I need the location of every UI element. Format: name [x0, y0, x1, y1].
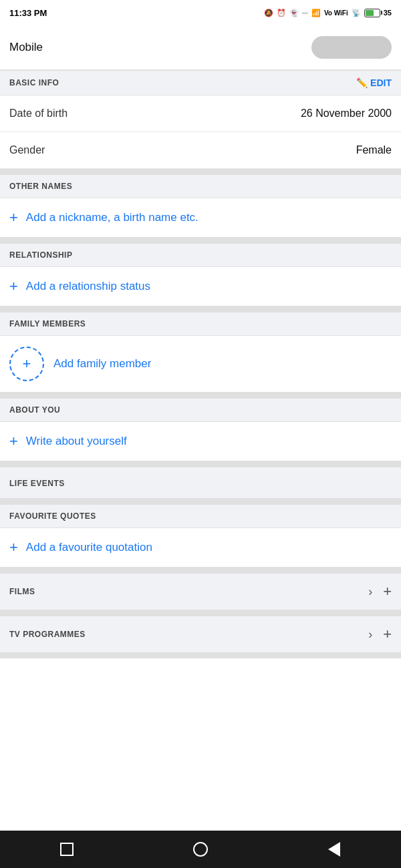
- about-you-header: ABOUT YOU: [0, 398, 401, 422]
- mobile-label: Mobile: [9, 41, 43, 54]
- basic-info-header: BASIC INFO ✏️ EDIT: [0, 70, 401, 95]
- add-quote-label: Add a favourite quotation: [26, 541, 152, 554]
- add-family-member-button[interactable]: + Add family member: [0, 336, 401, 393]
- tv-add-icon[interactable]: +: [383, 626, 392, 643]
- divider-1: [0, 169, 401, 174]
- bottom-spacer: [0, 658, 401, 705]
- family-plus-icon: +: [23, 355, 31, 373]
- plus-icon: +: [9, 540, 18, 555]
- gender-label: Gender: [9, 144, 45, 156]
- divider-4: [0, 393, 401, 398]
- status-icons: 🔕 ⏰ 👻 ··· 📶 Vo WiFi 📡 35: [264, 9, 392, 17]
- divider-3: [0, 306, 401, 312]
- triangle-icon: [328, 842, 340, 857]
- add-relationship-label: Add a relationship status: [26, 280, 150, 293]
- add-relationship-button[interactable]: + Add a relationship status: [0, 267, 401, 306]
- dob-label: Date of birth: [9, 107, 68, 120]
- films-chevron-right-icon[interactable]: ›: [368, 585, 372, 599]
- signal-bars-icon: 📶: [311, 9, 321, 17]
- mobile-row: Mobile: [0, 25, 401, 70]
- square-icon: [60, 843, 74, 856]
- family-members-title: FAMILY MEMBERS: [9, 319, 86, 329]
- nav-square-button[interactable]: [57, 839, 77, 859]
- add-family-label: Add family member: [53, 357, 151, 371]
- gender-value: Female: [356, 144, 392, 156]
- nav-home-button[interactable]: [190, 839, 211, 859]
- status-bar: 11:33 PM 🔕 ⏰ 👻 ··· 📶 Vo WiFi 📡 35: [0, 0, 401, 25]
- family-members-header: FAMILY MEMBERS: [0, 312, 401, 336]
- tv-programmes-title: TV PROGRAMMES: [9, 630, 86, 639]
- other-names-title: OTHER NAMES: [9, 182, 72, 191]
- divider-8: [0, 610, 401, 616]
- battery-icon: [364, 9, 380, 17]
- write-about-yourself-button[interactable]: + Write about yourself: [0, 422, 401, 461]
- relationship-header: RELATIONSHIP: [0, 243, 401, 267]
- battery-percent: 35: [384, 9, 392, 17]
- tv-chevron-right-icon[interactable]: ›: [368, 628, 372, 642]
- other-names-header: OTHER NAMES: [0, 174, 401, 198]
- dots-icon: ···: [302, 9, 308, 17]
- films-title: FILMS: [9, 587, 35, 596]
- life-events-header: LIFE EVENTS: [0, 467, 401, 499]
- about-you-title: ABOUT YOU: [9, 405, 60, 415]
- nav-back-button[interactable]: [324, 839, 344, 859]
- date-of-birth-row: Date of birth 26 November 2000: [0, 95, 401, 132]
- life-events-title: LIFE EVENTS: [9, 479, 65, 488]
- relationship-title: RELATIONSHIP: [9, 250, 72, 260]
- favourite-quotes-title: FAVOURITE QUOTES: [9, 511, 96, 521]
- snapchat-icon: 👻: [289, 9, 299, 17]
- plus-icon: +: [9, 210, 18, 225]
- gender-row: Gender Female: [0, 132, 401, 169]
- dob-value: 26 November 2000: [301, 107, 392, 120]
- bottom-nav-bar: [0, 831, 401, 868]
- add-nickname-button[interactable]: + Add a nickname, a birth name etc.: [0, 198, 401, 238]
- films-header: FILMS › +: [0, 573, 401, 610]
- edit-label: EDIT: [370, 77, 392, 88]
- vowifi-label: Vo WiFi: [324, 9, 348, 17]
- plus-icon: +: [9, 279, 18, 294]
- mobile-toggle[interactable]: [311, 36, 392, 59]
- alarm-icon: ⏰: [277, 9, 286, 17]
- mute-icon: 🔕: [264, 9, 273, 17]
- films-nav-icons: › +: [368, 583, 392, 600]
- divider-7: [0, 568, 401, 573]
- basic-info-edit-button[interactable]: ✏️ EDIT: [356, 77, 392, 88]
- write-about-label: Write about yourself: [26, 435, 127, 448]
- circle-icon: [193, 842, 208, 857]
- favourite-quotes-header: FAVOURITE QUOTES: [0, 504, 401, 528]
- basic-info-title: BASIC INFO: [9, 78, 59, 87]
- tv-programmes-header: TV PROGRAMMES › +: [0, 616, 401, 653]
- wifi-icon: 📡: [352, 9, 361, 17]
- family-circle-icon: +: [9, 347, 44, 381]
- divider-2: [0, 238, 401, 243]
- divider-5: [0, 461, 401, 467]
- tv-nav-icons: › +: [368, 626, 392, 643]
- divider-9: [0, 653, 401, 658]
- add-nickname-label: Add a nickname, a birth name etc.: [26, 211, 198, 224]
- status-time: 11:33 PM: [9, 8, 47, 18]
- add-quote-button[interactable]: + Add a favourite quotation: [0, 528, 401, 568]
- pencil-icon: ✏️: [356, 77, 368, 88]
- films-add-icon[interactable]: +: [383, 583, 392, 600]
- divider-6: [0, 499, 401, 504]
- plus-icon: +: [9, 434, 18, 449]
